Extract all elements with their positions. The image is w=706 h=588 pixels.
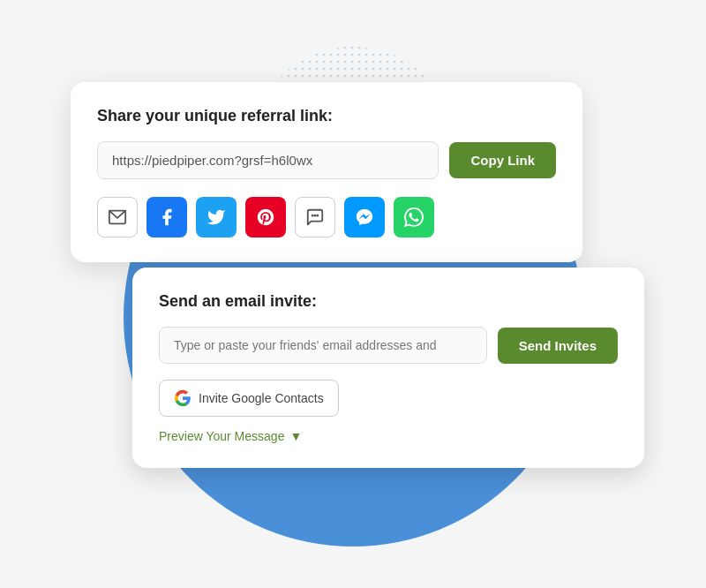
email-share-icon[interactable] [97, 197, 138, 237]
whatsapp-share-icon[interactable] [394, 197, 434, 237]
email-input-row: Send Invites [159, 327, 618, 364]
referral-card-title: Share your unique referral link: [97, 107, 556, 125]
facebook-share-icon[interactable] [146, 197, 187, 237]
referral-card: Share your unique referral link: Copy Li… [71, 82, 582, 262]
facebook-svg [157, 207, 176, 227]
google-g-logo [174, 389, 192, 407]
email-invite-card: Send an email invite: Send Invites Invit… [132, 268, 644, 468]
pinterest-share-icon[interactable] [245, 197, 286, 237]
email-invite-card-title: Send an email invite: [159, 292, 618, 311]
send-invites-button[interactable]: Send Invites [498, 328, 618, 364]
messenger-share-icon[interactable] [344, 197, 385, 237]
google-contacts-label: Invite Google Contacts [199, 391, 324, 405]
messenger-svg [355, 207, 374, 227]
twitter-share-icon[interactable] [196, 197, 237, 237]
preview-message-label: Preview Your Message [159, 429, 284, 443]
preview-message-link[interactable]: Preview Your Message ▼ [159, 429, 618, 443]
copy-link-button[interactable]: Copy Link [449, 142, 556, 178]
referral-link-input[interactable] [97, 141, 439, 179]
envelope-svg [108, 207, 127, 227]
pinterest-svg [256, 207, 275, 227]
twitter-svg [207, 207, 226, 227]
email-addresses-input[interactable] [159, 327, 487, 364]
preview-chevron-icon: ▼ [289, 429, 302, 443]
social-icons-row [97, 197, 556, 237]
whatsapp-svg [404, 207, 424, 227]
invite-google-contacts-button[interactable]: Invite Google Contacts [159, 380, 339, 417]
link-row: Copy Link [97, 141, 556, 179]
sms-share-icon[interactable] [295, 197, 335, 237]
sms-svg [305, 207, 325, 227]
scene: Share your unique referral link: Copy Li… [44, 29, 662, 559]
